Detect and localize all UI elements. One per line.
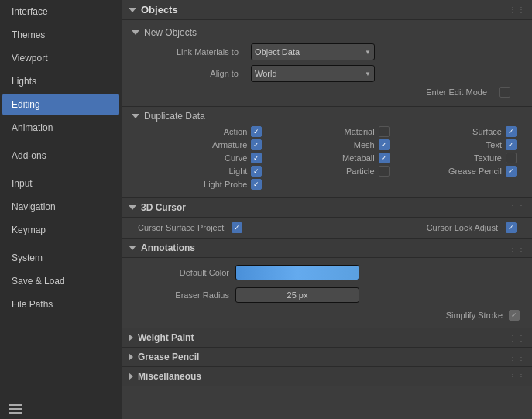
cursor-surface-checkbox[interactable] <box>232 222 242 233</box>
duplicate-data-header[interactable]: Duplicate Data <box>132 107 523 125</box>
align-to-select-wrapper[interactable]: World <box>251 65 375 82</box>
miscellaneous-collapse-icon <box>129 373 133 380</box>
dup-text-checkbox[interactable] <box>506 139 517 150</box>
grease-pencil-collapse-icon <box>129 353 133 361</box>
link-materials-select-wrapper[interactable]: Object Data <box>251 43 375 60</box>
cursor-lock-label: Cursor Lock Adjust <box>427 223 498 232</box>
link-materials-select[interactable]: Object Data <box>251 43 375 60</box>
dup-particle-checkbox[interactable] <box>379 166 390 177</box>
cursor-3d-dots: ⋮⋮ <box>509 204 526 212</box>
default-color-row: Default Color <box>135 263 520 283</box>
objects-section-header[interactable]: Objects ⋮⋮ <box>122 0 532 20</box>
dup-curve-label: Curve <box>225 153 247 163</box>
dup-curve-checkbox[interactable] <box>251 153 262 163</box>
weight-paint-collapse-icon <box>129 334 133 342</box>
objects-title: Objects <box>141 4 178 15</box>
dup-armature-checkbox[interactable] <box>251 139 262 150</box>
duplicate-data-grid: Action Material Surface Armature M <box>132 125 523 191</box>
dup-text-label: Text <box>486 140 502 149</box>
weight-paint-dots: ⋮⋮ <box>509 334 526 342</box>
sidebar: Interface Themes Viewport Lights Editing… <box>0 0 122 419</box>
simplify-stroke-checkbox[interactable] <box>509 310 520 321</box>
sidebar-item-animation[interactable]: Animation <box>2 117 119 139</box>
annotations-collapse-icon <box>129 246 136 250</box>
link-materials-row: Link Materials to Object Data <box>132 41 523 63</box>
duplicate-data-title: Duplicate Data <box>144 111 205 122</box>
enter-edit-mode-row: Enter Edit Mode <box>132 84 523 100</box>
dup-light-probe: Light Probe <box>138 179 262 190</box>
new-objects-header[interactable]: New Objects <box>132 23 523 41</box>
dup-action-label: Action <box>224 127 248 136</box>
duplicate-data-section: Duplicate Data Action Material Surface <box>122 107 532 198</box>
main-content: Objects ⋮⋮ New Objects Link Materials to… <box>122 0 532 419</box>
sidebar-item-editing[interactable]: Editing <box>2 94 119 115</box>
dup-armature: Armature <box>138 139 262 150</box>
dup-texture-checkbox[interactable] <box>506 153 517 163</box>
enter-edit-mode-label: Enter Edit Mode <box>426 88 493 97</box>
bottom-bar[interactable] <box>0 399 122 419</box>
annotations-dots: ⋮⋮ <box>509 244 526 252</box>
cursor-3d-collapse-icon <box>129 205 136 210</box>
default-color-label: Default Color <box>135 268 235 277</box>
cursor-surface-row: Cursor Surface Project Cursor Lock Adjus… <box>122 218 532 238</box>
dup-light: Light <box>138 166 262 177</box>
new-objects-section: New Objects Link Materials to Object Dat… <box>122 20 532 107</box>
weight-paint-title: Weight Paint <box>138 332 194 343</box>
align-to-label: Align to <box>144 69 245 78</box>
objects-dots: ⋮⋮ <box>509 5 526 14</box>
annotations-content: Default Color Eraser Radius 25 px Simpli… <box>122 258 532 328</box>
duplicate-data-collapse-icon <box>132 114 139 118</box>
dup-mesh: Mesh <box>265 139 389 150</box>
dup-action: Action <box>138 126 262 137</box>
dup-metaball-checkbox[interactable] <box>379 153 390 163</box>
sidebar-item-viewport[interactable]: Viewport <box>2 47 119 69</box>
cursor-3d-section-header[interactable]: 3D Cursor ⋮⋮ <box>122 198 532 218</box>
dup-material-checkbox[interactable] <box>379 126 390 137</box>
annotations-section-header[interactable]: Annotations ⋮⋮ <box>122 239 532 258</box>
dup-mesh-checkbox[interactable] <box>379 139 390 150</box>
miscellaneous-title: Miscellaneous <box>138 371 201 382</box>
simplify-stroke-row: Simplify Stroke <box>135 307 520 323</box>
dup-surface: Surface <box>393 126 517 137</box>
cursor-3d-title: 3D Cursor <box>141 202 186 213</box>
dup-curve: Curve <box>138 153 262 163</box>
grease-pencil-section-header[interactable]: Grease Pencil ⋮⋮ <box>122 348 532 367</box>
eraser-radius-input[interactable]: 25 px <box>235 287 359 303</box>
annotations-title: Annotations <box>141 242 195 253</box>
sidebar-item-keymap[interactable]: Keymap <box>2 219 119 241</box>
eraser-radius-row: Eraser Radius 25 px <box>135 285 520 305</box>
hamburger-icon <box>9 404 22 414</box>
cursor-lock-checkbox[interactable] <box>506 222 517 233</box>
dup-metaball-label: Metaball <box>342 153 375 163</box>
grease-pencil-dots: ⋮⋮ <box>509 353 526 362</box>
dup-armature-label: Armature <box>212 140 247 149</box>
link-materials-label: Link Materials to <box>144 47 245 57</box>
eraser-radius-label: Eraser Radius <box>135 290 235 300</box>
sidebar-item-save-load[interactable]: Save & Load <box>2 270 119 292</box>
dup-particle: Particle <box>265 166 389 177</box>
dup-surface-checkbox[interactable] <box>506 126 517 137</box>
sidebar-item-navigation[interactable]: Navigation <box>2 196 119 218</box>
dup-light-probe-checkbox[interactable] <box>251 179 262 190</box>
cursor-3d-content: Cursor Surface Project Cursor Lock Adjus… <box>122 218 532 239</box>
dup-action-checkbox[interactable] <box>251 126 262 137</box>
sidebar-item-system[interactable]: System <box>2 247 119 269</box>
objects-collapse-icon <box>129 8 136 12</box>
simplify-stroke-label: Simplify Stroke <box>446 311 509 320</box>
align-to-select[interactable]: World <box>251 65 375 82</box>
sidebar-item-lights[interactable]: Lights <box>2 70 119 92</box>
dup-grease-pencil-checkbox[interactable] <box>506 166 517 177</box>
sidebar-item-input[interactable]: Input <box>2 173 119 194</box>
default-color-swatch[interactable] <box>235 265 359 280</box>
dup-texture: Texture <box>393 153 517 163</box>
weight-paint-section-header[interactable]: Weight Paint ⋮⋮ <box>122 328 532 348</box>
dup-light-checkbox[interactable] <box>251 166 262 177</box>
sidebar-item-file-paths[interactable]: File Paths <box>2 294 119 315</box>
enter-edit-mode-checkbox[interactable] <box>499 87 510 98</box>
sidebar-item-addons[interactable]: Add-ons <box>2 145 119 167</box>
dup-light-label: Light <box>228 167 247 176</box>
align-to-row: Align to World <box>132 63 523 84</box>
sidebar-item-themes[interactable]: Themes <box>2 24 119 46</box>
sidebar-item-interface[interactable]: Interface <box>2 1 119 22</box>
miscellaneous-section-header[interactable]: Miscellaneous ⋮⋮ <box>122 367 532 386</box>
